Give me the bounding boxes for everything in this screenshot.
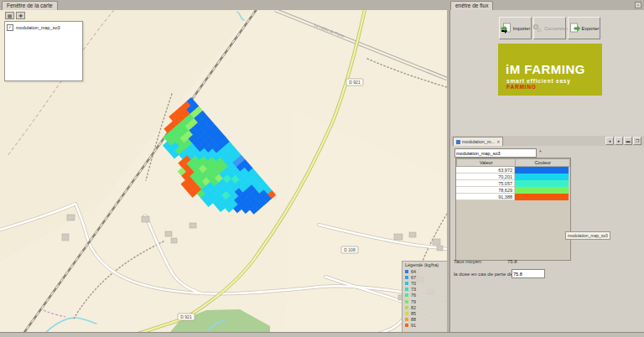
cell-value: 78,629 xyxy=(456,187,515,194)
value-color-table: Valeur Couleur 63,97270,20175,05778,6299… xyxy=(455,158,571,261)
tab-map-window[interactable]: Fenêtre de la carte xyxy=(2,1,58,10)
logo-tagline-white: smart efficient easy xyxy=(506,78,571,84)
legend-swatch xyxy=(405,300,408,303)
legend-value: 70 xyxy=(411,281,416,286)
cell-color xyxy=(515,167,569,174)
document-tab-label: modulation_m... xyxy=(462,139,495,144)
logo-tagline: smart efficient easy FARMING xyxy=(506,78,602,90)
legend-value: 88 xyxy=(411,317,416,322)
tab-nav-buttons: ◂ ▸ ▬ ❐ xyxy=(605,137,641,145)
export-icon xyxy=(569,23,580,34)
table-row[interactable]: 75,057 xyxy=(456,180,570,187)
legend-value: 85 xyxy=(411,311,416,316)
legend-entries: 64677073767982858891 xyxy=(405,268,447,329)
legend-swatch xyxy=(405,318,408,321)
cell-color xyxy=(515,174,569,180)
legend-swatch xyxy=(405,306,408,309)
cell-color xyxy=(515,180,569,187)
table-row[interactable]: 63,972 xyxy=(456,167,570,174)
legend-entry: 85 xyxy=(405,310,447,316)
add-layer-icon[interactable]: ✚ xyxy=(16,12,25,19)
tab-scroll-left-icon[interactable]: ◂ xyxy=(605,137,614,145)
minimize-icon[interactable]: ▬ xyxy=(624,137,632,145)
layers-icon[interactable]: ▦ xyxy=(5,12,14,19)
import-icon xyxy=(501,23,512,34)
legend-title: Légende (kg/ha) xyxy=(405,262,447,267)
table-row[interactable]: 91,388 xyxy=(456,194,570,200)
bridleway-path xyxy=(44,310,65,317)
legend-swatch xyxy=(405,282,408,285)
layer-checkbox[interactable]: ✓ xyxy=(7,24,13,31)
document-tab[interactable]: modulation_m... ✕ xyxy=(453,137,503,146)
legend-entry: 76 xyxy=(405,293,447,298)
legend-value: 82 xyxy=(411,305,416,310)
import-button[interactable]: Importer xyxy=(499,17,532,39)
legend-value: 91 xyxy=(411,323,416,328)
conversion-button[interactable]: Conversion xyxy=(533,17,566,39)
map-toolbar: ▦ ✚ xyxy=(5,12,25,19)
cell-color xyxy=(515,187,569,194)
layer-item[interactable]: ✓ modulation_map_so3 xyxy=(5,22,82,34)
logo-title: iM FARMING xyxy=(506,62,585,76)
legend-swatch xyxy=(405,270,408,273)
legend-entry: 88 xyxy=(405,317,447,323)
legend-entry: 67 xyxy=(405,274,447,280)
header-valeur[interactable]: Valeur xyxy=(456,158,516,167)
import-button-label: Importer xyxy=(513,26,530,31)
export-button-label: Exporter xyxy=(582,26,600,31)
map-name-input[interactable] xyxy=(454,148,537,158)
legend-entry: 64 xyxy=(405,268,447,274)
legend-entry: 79 xyxy=(405,298,447,304)
legend-entry: 70 xyxy=(405,280,447,286)
table-row[interactable]: 78,629 xyxy=(456,187,570,194)
legend-swatch xyxy=(405,288,408,291)
cell-color xyxy=(515,194,569,200)
legend-swatch xyxy=(405,312,408,315)
gps-dose-input[interactable] xyxy=(512,269,545,278)
layers-panel: ✓ modulation_map_so3 xyxy=(4,21,83,81)
conversion-button-label: Conversion xyxy=(544,26,568,31)
panel-corner-button[interactable]: ▫ xyxy=(635,2,641,8)
status-bar xyxy=(0,332,644,337)
restore-icon[interactable]: ❐ xyxy=(633,137,641,145)
cell-value: 70,201 xyxy=(456,174,515,180)
application-window: Fenêtre de la carte enêtre de flux ▫ xyxy=(0,0,644,337)
road-shield-d108: D 108 xyxy=(341,246,358,253)
legend-value: 76 xyxy=(411,293,416,298)
legend-entry: 91 xyxy=(405,323,447,329)
map-viewport[interactable]: La Vallée de Pierre xyxy=(0,10,447,332)
legend-swatch xyxy=(405,293,408,297)
road-name-label: La Vallée de Pierre xyxy=(314,23,345,39)
road-shield-d921-bottom: D 921 xyxy=(178,314,195,320)
svg-text:D 921: D 921 xyxy=(180,314,192,319)
gears-icon xyxy=(532,23,543,34)
farming-logo: iM FARMING smart efficient easy FARMING xyxy=(498,44,602,96)
svg-text:D 108: D 108 xyxy=(344,247,356,252)
taux-moyen-label: Taux moyen: xyxy=(454,259,482,264)
flux-panel: Importer Conversion Exporter i xyxy=(449,10,644,332)
tab-scroll-right-icon[interactable]: ▸ xyxy=(615,137,623,145)
tab-flux-window[interactable]: enêtre de flux xyxy=(450,1,493,10)
header-couleur[interactable]: Couleur xyxy=(516,158,570,167)
floating-map-label: modulation_map_so3 xyxy=(565,231,610,240)
forest-area xyxy=(170,309,270,332)
legend-entry: 82 xyxy=(405,304,447,310)
required-marker: * xyxy=(539,149,542,155)
logo-tagline-red: FARMING xyxy=(506,84,537,90)
cell-value: 75,057 xyxy=(456,180,515,187)
layer-name-label: modulation_map_so3 xyxy=(16,25,60,30)
legend-entry: 73 xyxy=(405,287,447,293)
table-header: Valeur Couleur xyxy=(456,158,570,167)
close-icon[interactable]: ✕ xyxy=(496,139,500,144)
table-row[interactable]: 70,201 xyxy=(456,174,570,180)
table-rows: 63,97270,20175,05778,62991,388 xyxy=(456,167,570,200)
legend-value: 64 xyxy=(411,269,416,274)
export-button[interactable]: Exporter xyxy=(568,17,600,39)
legend-value: 67 xyxy=(411,275,416,280)
legend-swatch xyxy=(405,276,408,279)
svg-text:D 921: D 921 xyxy=(349,80,361,85)
legend-value: 73 xyxy=(411,287,416,292)
legend-value: 79 xyxy=(411,299,416,304)
legend-swatch xyxy=(405,324,408,327)
taux-moyen-value: 75.8 xyxy=(507,259,517,264)
